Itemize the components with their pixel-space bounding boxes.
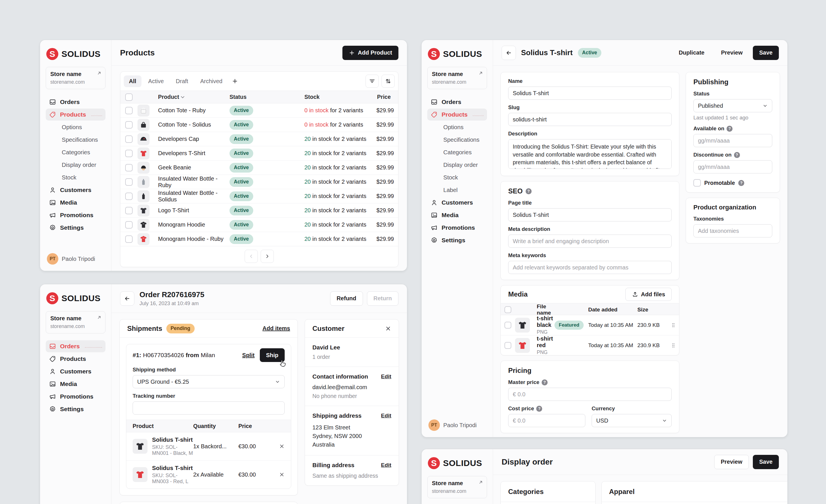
product-name[interactable]: Monogram Hoodie - Ruby: [158, 236, 230, 242]
sidebar-item[interactable]: Products: [46, 353, 106, 365]
table-row[interactable]: Developers T-Shirt Active 20 in stock fo…: [120, 146, 398, 161]
sidebar-item[interactable]: Categories: [427, 146, 487, 158]
row-checkbox[interactable]: [125, 236, 133, 243]
slug-input[interactable]: [508, 113, 672, 126]
sidebar-item[interactable]: Customers: [46, 184, 106, 196]
remove-item-button[interactable]: [272, 443, 285, 449]
store-switcher[interactable]: Store name storename.com: [46, 311, 106, 333]
sidebar-item[interactable]: Display order: [427, 159, 487, 171]
sidebar-item[interactable]: Promotions: [46, 209, 106, 221]
sidebar-item[interactable]: Orders: [46, 340, 106, 352]
return-button[interactable]: Return: [367, 292, 399, 306]
sidebar-item[interactable]: Options: [46, 121, 106, 133]
add-product-button[interactable]: Add Product: [342, 46, 399, 60]
table-row[interactable]: Cotton Tote - Solidus Active 0 in stock …: [120, 118, 398, 132]
sidebar-item[interactable]: Orders: [427, 96, 487, 108]
table-row[interactable]: Cotton Tote - Ruby Active 0 in stock for…: [120, 104, 398, 118]
tab[interactable]: Active: [143, 75, 169, 87]
user-menu[interactable]: PT Paolo Tripodi: [46, 251, 106, 265]
page-title-input[interactable]: [508, 208, 672, 222]
row-checkbox[interactable]: [125, 164, 133, 172]
prev-page-button[interactable]: [245, 250, 258, 263]
sidebar-item[interactable]: Products: [46, 109, 106, 121]
sidebar-item[interactable]: Media: [427, 209, 487, 221]
sidebar-item[interactable]: Label: [427, 184, 487, 196]
store-switcher[interactable]: Store name storename.com: [46, 67, 106, 89]
refund-button[interactable]: Refund: [330, 292, 363, 306]
table-row[interactable]: Insulated Water Bottle - Ruby Active 20 …: [120, 175, 398, 189]
product-name[interactable]: Geek Beanie: [158, 164, 230, 171]
promotable-checkbox[interactable]: [693, 179, 701, 187]
help-icon[interactable]: [738, 180, 744, 186]
add-items-link[interactable]: Add items: [262, 325, 290, 332]
column-product[interactable]: Product: [158, 94, 230, 100]
master-price-input[interactable]: [508, 388, 672, 401]
sidebar-item[interactable]: Settings: [427, 234, 487, 246]
available-on-input[interactable]: [693, 134, 772, 147]
drag-handle[interactable]: [668, 342, 679, 349]
tab[interactable]: Draft: [171, 75, 193, 87]
edit-contact-link[interactable]: Edit: [381, 373, 391, 380]
sidebar-item[interactable]: Specifications: [46, 134, 106, 146]
duplicate-button[interactable]: Duplicate: [672, 46, 711, 60]
split-link[interactable]: Split: [242, 352, 254, 359]
tracking-number-input[interactable]: [133, 401, 285, 415]
name-input[interactable]: [508, 86, 672, 100]
taxonomies-input[interactable]: [693, 224, 772, 238]
file-name[interactable]: t-shirt red: [537, 335, 554, 349]
sidebar-item[interactable]: Media: [46, 197, 106, 208]
discontinue-on-input[interactable]: [693, 160, 772, 174]
row-checkbox[interactable]: [125, 107, 133, 114]
sidebar-item[interactable]: Products: [427, 109, 487, 121]
edit-billing-link[interactable]: Edit: [381, 462, 391, 468]
sidebar-item[interactable]: Customers: [46, 365, 106, 377]
row-checkbox[interactable]: [505, 322, 511, 328]
product-name[interactable]: Solidus T-shirt: [152, 464, 193, 471]
meta-description-input[interactable]: [508, 235, 672, 248]
row-checkbox[interactable]: [125, 121, 133, 129]
product-name[interactable]: Monogram Hoodie: [158, 222, 230, 228]
shipping-method-select[interactable]: UPS Ground - €5.25: [133, 375, 285, 388]
row-checkbox[interactable]: [125, 221, 133, 229]
table-row[interactable]: Monogram Hoodie - Ruby Active 20 in stoc…: [120, 232, 398, 246]
sidebar-item[interactable]: Specifications: [427, 134, 487, 146]
select-all-checkbox[interactable]: [505, 306, 511, 313]
save-button[interactable]: Save: [753, 455, 779, 469]
sidebar-item[interactable]: Settings: [46, 403, 106, 415]
sidebar-item[interactable]: Categories: [46, 146, 106, 158]
store-switcher[interactable]: Store name storename.com: [427, 476, 487, 498]
table-row[interactable]: Developers Cap Active 20 in stock for 2 …: [120, 132, 398, 146]
sidebar-item[interactable]: Promotions: [46, 391, 106, 402]
row-checkbox[interactable]: [125, 178, 133, 186]
customer-email[interactable]: david.lee@email.com: [312, 384, 391, 391]
sidebar-item[interactable]: Stock: [46, 172, 106, 183]
close-customer-button[interactable]: [385, 325, 391, 332]
row-checkbox[interactable]: [125, 207, 133, 214]
table-row[interactable]: Monogram Hoodie Active 20 in stock for 2…: [120, 218, 398, 232]
sidebar-item[interactable]: Stock: [427, 172, 487, 183]
next-page-button[interactable]: [261, 250, 274, 263]
sort-button[interactable]: [381, 75, 395, 88]
customer-name[interactable]: David Lee: [312, 344, 391, 351]
currency-select[interactable]: USD: [592, 414, 672, 427]
row-checkbox[interactable]: [125, 193, 133, 200]
user-menu[interactable]: PT Paolo Tripodi: [427, 418, 487, 431]
table-row[interactable]: Insulated Water Bottle - Solidus Active …: [120, 189, 398, 203]
product-name[interactable]: Insulated Water Bottle - Solidus: [158, 190, 230, 203]
sidebar-item[interactable]: Options: [427, 121, 487, 133]
tab[interactable]: Archived: [195, 75, 228, 87]
ship-button[interactable]: Ship: [260, 348, 285, 362]
preview-button[interactable]: Preview: [715, 46, 749, 60]
table-row[interactable]: Logo T-Shirt Active 20 in stock for 2 va…: [120, 203, 398, 218]
store-switcher[interactable]: Store name storename.com: [427, 67, 487, 89]
file-name[interactable]: t-shirt black: [537, 315, 554, 328]
back-button[interactable]: [120, 292, 134, 306]
meta-keywords-input[interactable]: [508, 261, 672, 274]
tab[interactable]: All: [124, 75, 141, 87]
description-textarea[interactable]: Introducing the Solidus T-Shirt: Elevate…: [508, 139, 672, 169]
sidebar-item[interactable]: Promotions: [427, 222, 487, 234]
row-checkbox[interactable]: [125, 150, 133, 157]
sidebar-item[interactable]: Customers: [427, 197, 487, 208]
cost-price-input[interactable]: [508, 414, 585, 427]
product-name[interactable]: Logo T-Shirt: [158, 207, 230, 214]
